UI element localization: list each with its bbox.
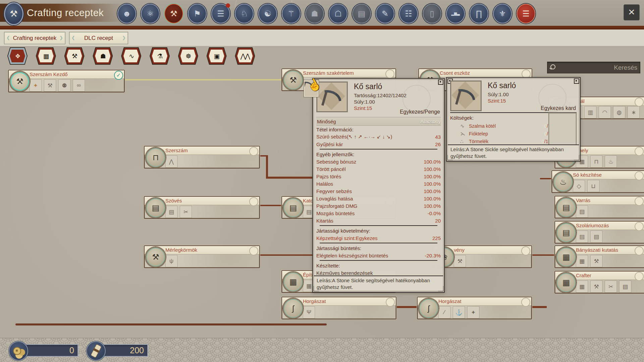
books-icon[interactable]: ☰	[517, 4, 535, 23]
node-title: Szerszám szakértelem	[303, 70, 354, 76]
level-line: Szint:15	[354, 105, 407, 111]
tree-node-szersz-m[interactable]: Szerszám⊓⋀	[144, 146, 260, 169]
ranking-icon[interactable]: ▂▆▃	[446, 4, 465, 23]
horse-icon[interactable]: ♘	[235, 4, 254, 23]
node-title: ál	[581, 98, 585, 104]
tree-node-szersz-m-kezd[interactable]: Szerszám Kezdő⚒✦⚒⚉∞✓	[8, 70, 125, 93]
satchel-icon[interactable]: ☖	[329, 4, 347, 23]
category-gathering[interactable]: ❖	[7, 47, 28, 65]
crafting-badge-icon: ⚒	[4, 2, 23, 25]
item-slot[interactable]: ∗	[628, 106, 640, 118]
item-slot[interactable]: ✂	[180, 206, 192, 218]
item-slot[interactable]: ▤	[576, 205, 588, 218]
item-slot[interactable]: ⊔	[587, 180, 599, 192]
item-slot[interactable]: ✂	[605, 281, 617, 293]
item-slot[interactable]: ▤	[576, 231, 588, 243]
item-slot[interactable]: ✦	[467, 306, 479, 318]
tablet-icon[interactable]: ▯	[423, 4, 441, 23]
category-furnace[interactable]: ▦	[36, 47, 56, 65]
tree-node-szol-riumoz-s[interactable]: Szoláriumozás▤▤▤	[554, 221, 644, 244]
tree-node-m-rlegk-rm-k[interactable]: Mérlegkörmök⚒ψ	[144, 245, 260, 268]
category-loom[interactable]: ▣	[207, 47, 227, 65]
branch-icon: ⋋	[460, 131, 469, 137]
category-gathering-glyph: ❖	[10, 50, 25, 62]
gate-icon[interactable]: ∏	[470, 4, 488, 23]
item-slot[interactable]: ♨	[605, 156, 617, 168]
weight-line: Súly:1.00	[354, 99, 407, 105]
scroll-value: 200	[130, 346, 144, 355]
category-camp[interactable]: ⋀⋀	[235, 47, 255, 65]
tab-dlc-recept[interactable]: DLC recept	[69, 32, 128, 44]
item-slot[interactable]: ✦	[30, 79, 42, 92]
item-slot[interactable]: ◇	[573, 180, 585, 192]
item-slot[interactable]: ◠	[599, 106, 611, 118]
category-rope[interactable]: ∿	[121, 47, 141, 65]
item-slot[interactable]: ▦	[576, 255, 588, 267]
section-header: Jártassági követelmény:	[316, 227, 441, 234]
scrolls-icon[interactable]: ☰	[211, 4, 230, 23]
section-divider	[320, 225, 437, 226]
tree-node-s-k-sz-t-se[interactable]: Só készítése♨◇⊔	[551, 170, 644, 193]
weapon-class: Egykezes kard	[541, 105, 576, 111]
tree-node-sz-v-s[interactable]: Szövés▤▤✂	[144, 196, 260, 219]
item-slot[interactable]: ▥	[584, 106, 596, 118]
item-slot[interactable]: ◍	[613, 106, 625, 118]
tree-node-crafter[interactable]: Crafter▦▦⚒✂▤	[554, 271, 644, 294]
tree-node-horg-szat[interactable]: HorgászatʃΨ	[281, 297, 396, 319]
stat-row: Szúró sebzés(↖ ↑ ↗ ←·→ ↙ ↓ ↘)☄43	[316, 133, 441, 140]
item-slot[interactable]: Ψ	[303, 306, 315, 318]
item-slot[interactable]: ▤	[590, 231, 602, 243]
section-divider	[320, 260, 437, 261]
dragon-icon[interactable]: ⚚	[282, 4, 301, 23]
map-edit-icon[interactable]: ✎	[376, 4, 394, 23]
item-slot[interactable]: ⚉	[58, 79, 70, 92]
rope-icon: ∿	[460, 123, 469, 129]
item-slot[interactable]: ⚒	[590, 255, 602, 267]
helmet-icon[interactable]: ☗	[305, 4, 324, 23]
taiji-icon[interactable]: ☯	[258, 4, 277, 23]
node-items: ψ	[165, 255, 177, 267]
node-title: Mérlegkörmök	[165, 247, 197, 253]
banner-icon[interactable]: ⚑	[188, 4, 207, 23]
node-badge-icon: ʃ	[283, 298, 304, 319]
tree-connector	[531, 306, 547, 308]
stat-label: Mozgás büntetés	[316, 210, 428, 216]
item-slot[interactable]: ψ	[165, 255, 177, 267]
tree-node-b-ny-szati-kutat-s[interactable]: Bányászati kutatás▦▦⚒	[554, 245, 644, 268]
tree-node-varr-s[interactable]: Varrás▤▤	[554, 196, 644, 219]
item-slot[interactable]: ⚒	[454, 255, 466, 267]
category-armor[interactable]: ☗	[93, 47, 113, 65]
tree-node-horg-szat[interactable]: Horgászatʃ∕⚓✦	[417, 297, 532, 319]
stat-value: 26	[435, 141, 441, 147]
skill-tree-icon[interactable]: ⚛	[141, 4, 160, 23]
node-items: ∕⚓✦	[438, 306, 479, 318]
tab-crafting-receptek[interactable]: Crafting receptek	[4, 32, 65, 44]
tree-node-v-ny[interactable]: vény❀⚒	[432, 245, 532, 268]
tab-label: DLC recept	[84, 35, 113, 42]
node-badge-icon: ▤	[556, 197, 577, 218]
item-slot[interactable]: ⋀	[165, 156, 177, 168]
item-slot[interactable]: ⊓	[590, 156, 602, 168]
folding-screen-icon[interactable]: ☷	[399, 4, 418, 23]
node-items: ◇⊔	[573, 180, 599, 192]
category-mortar[interactable]: ⚗	[150, 47, 170, 65]
crafting-recipes-icon[interactable]: ⚒	[164, 4, 183, 23]
close-button[interactable]: ×	[624, 4, 640, 20]
robe-icon[interactable]: ⚜	[493, 4, 512, 23]
item-slot[interactable]: ∞	[73, 79, 85, 92]
node-title: Szerszám	[165, 147, 188, 153]
item-slot[interactable]: ∕	[438, 306, 450, 318]
item-slot[interactable]: ⚒	[590, 281, 602, 293]
item-slot[interactable]: ⚓	[453, 306, 465, 318]
item-slot[interactable]: ▦	[576, 281, 588, 293]
map-scroll-icon[interactable]: ▤	[352, 4, 371, 23]
mask-icon[interactable]: ☻	[117, 4, 136, 23]
category-anvil[interactable]: ⚒	[64, 47, 85, 65]
node-items: ▦⚒	[576, 255, 602, 267]
item-slot[interactable]: ▤	[165, 206, 177, 218]
node-status-circle	[249, 197, 258, 206]
item-slot[interactable]: ▤	[619, 281, 631, 293]
horizontal-scrollbar[interactable]	[15, 323, 327, 325]
category-cart[interactable]: ☸	[178, 47, 198, 65]
item-slot[interactable]: ⚒	[44, 79, 56, 92]
